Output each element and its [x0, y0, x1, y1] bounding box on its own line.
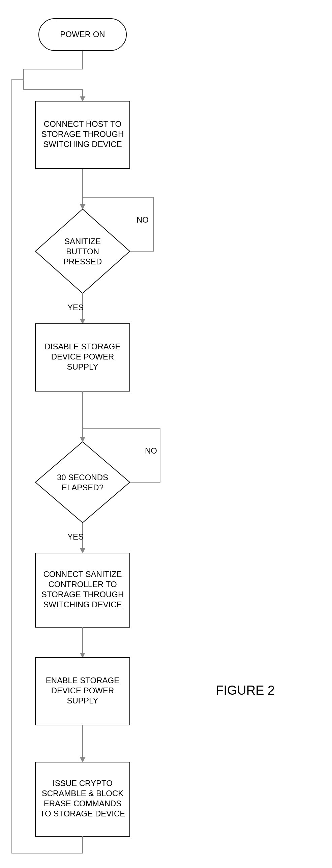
- d2-yes-label: YES: [67, 532, 84, 541]
- node-p4: ENABLE STORAGE DEVICE POWER SUPPLY: [35, 658, 130, 725]
- node-p4-l1: ENABLE STORAGE: [46, 676, 119, 685]
- svg-marker-4: [35, 442, 130, 523]
- node-start: POWER ON: [39, 19, 126, 51]
- node-p1-l3: SWITCHING DEVICE: [43, 140, 122, 149]
- node-d2-l2: ELAPSED?: [62, 483, 103, 492]
- node-d2: 30 SECONDS ELAPSED?: [35, 442, 130, 523]
- node-d1-l3: PRESSED: [63, 257, 102, 266]
- node-start-text: POWER ON: [60, 30, 105, 39]
- node-p4-l3: SUPPLY: [67, 696, 98, 705]
- node-p1-l2: STORAGE THROUGH: [41, 129, 124, 139]
- figure-label: FIGURE 2: [216, 683, 275, 697]
- node-p1-l1: CONNECT HOST TO: [44, 119, 121, 128]
- flowchart: POWER ON CONNECT HOST TO STORAGE THROUGH…: [0, 0, 332, 868]
- node-p2-l3: SUPPLY: [67, 362, 98, 371]
- node-p3-l4: SWITCHING DEVICE: [43, 600, 122, 609]
- node-p2-l1: DISABLE STORAGE: [45, 342, 121, 351]
- d1-yes-label: YES: [67, 303, 84, 312]
- node-p3-l3: STORAGE THROUGH: [41, 590, 124, 599]
- node-p5-l3: ERASE COMMANDS: [44, 799, 122, 808]
- node-p2: DISABLE STORAGE DEVICE POWER SUPPLY: [35, 324, 130, 391]
- node-p4-l2: DEVICE POWER: [51, 686, 114, 695]
- node-p2-l2: DEVICE POWER: [51, 352, 114, 361]
- d2-no-label: NO: [145, 446, 157, 455]
- node-p5-l4: TO STORAGE DEVICE: [40, 809, 125, 818]
- node-d1-l2: BUTTON: [66, 247, 99, 256]
- node-p1: CONNECT HOST TO STORAGE THROUGH SWITCHIN…: [35, 101, 130, 169]
- node-p3-l2: CONTROLLER TO: [48, 580, 117, 589]
- node-p3: CONNECT SANITIZE CONTROLLER TO STORAGE T…: [35, 553, 130, 627]
- node-p5-l2: SCRAMBLE & BLOCK: [42, 789, 124, 798]
- node-p3-l1: CONNECT SANITIZE: [43, 570, 122, 579]
- node-d1: SANITIZE BUTTON PRESSED: [35, 209, 130, 293]
- node-d1-l1: SANITIZE: [64, 237, 101, 246]
- node-d2-l1: 30 SECONDS: [57, 473, 108, 482]
- node-p5-l1: ISSUE CRYPTO: [53, 779, 113, 788]
- node-p5: ISSUE CRYPTO SCRAMBLE & BLOCK ERASE COMM…: [35, 762, 130, 836]
- d1-no-label: NO: [137, 215, 149, 224]
